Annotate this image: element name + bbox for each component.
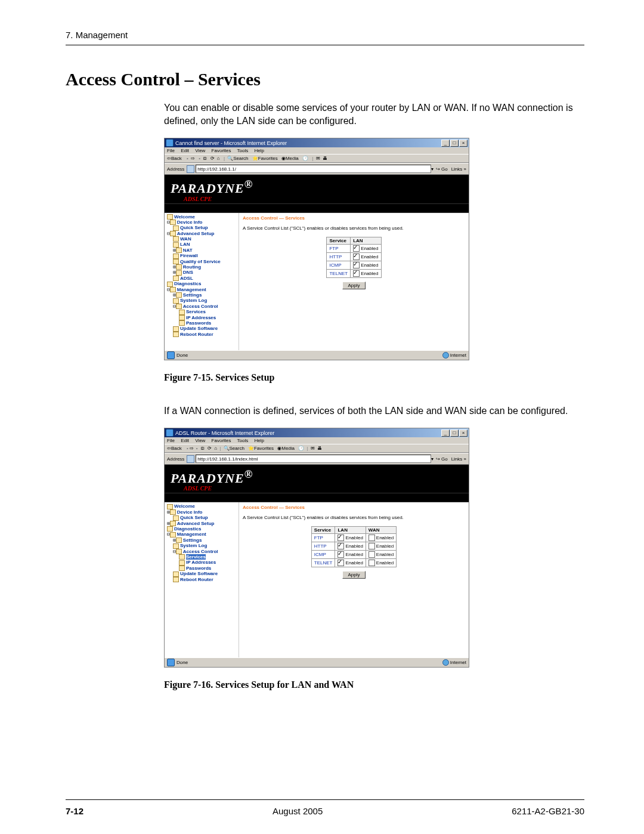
media-button[interactable]: ◉Media (281, 156, 300, 161)
chk-ftp-lan[interactable] (353, 245, 360, 252)
chk-http-lan[interactable] (353, 254, 360, 260)
chk-icmp-lan[interactable] (338, 551, 344, 558)
nav-nat[interactable]: NAT (183, 248, 193, 253)
chk-ftp-wan[interactable] (369, 535, 375, 541)
nav-diagnostics[interactable]: Diagnostics (174, 526, 201, 532)
forward-button[interactable]: ⇨ (190, 446, 194, 451)
print-button[interactable]: 🖶 (323, 156, 327, 161)
address-input[interactable] (196, 165, 431, 173)
menu-view[interactable]: View (195, 148, 205, 153)
nav-settings[interactable]: Settings (183, 292, 202, 298)
nav-syslog[interactable]: System Log (180, 543, 207, 548)
nav-advanced[interactable]: Advanced Setup (177, 231, 215, 236)
chk-telnet-lan[interactable] (338, 560, 344, 566)
chk-http-lan[interactable] (338, 543, 344, 549)
history-button[interactable]: 🕑 (302, 156, 308, 161)
home-button[interactable]: ⌂ (217, 156, 220, 161)
apply-button[interactable]: Apply (342, 282, 365, 289)
stop-button[interactable]: ⦻ (200, 446, 205, 451)
close-button[interactable]: × (459, 430, 467, 437)
go-button[interactable]: ↪ Go (436, 456, 448, 462)
chk-icmp-wan[interactable] (369, 551, 375, 558)
nav-welcome[interactable]: Welcome (174, 214, 195, 220)
menu-file[interactable]: File (167, 438, 175, 443)
refresh-button[interactable]: ⟳ (210, 156, 215, 161)
menu-edit[interactable]: Edit (181, 148, 189, 153)
mail-button[interactable]: ✉ (316, 156, 320, 161)
nav-adsl[interactable]: ADSL (180, 276, 193, 281)
favorites-button[interactable]: ⭐Favorites (252, 156, 279, 161)
print-button[interactable]: 🖶 (317, 446, 322, 451)
nav-passwords[interactable]: Passwords (186, 320, 211, 326)
dropdown-icon[interactable]: ▾ (431, 456, 434, 462)
menubar[interactable]: File Edit View Favorites Tools Help (165, 147, 469, 154)
nav-welcome[interactable]: Welcome (174, 504, 195, 509)
nav-firewall[interactable]: Firewall (180, 253, 198, 258)
nav-device-info[interactable]: Device Info (177, 220, 203, 225)
links-button[interactable]: Links » (451, 166, 466, 172)
maximize-button[interactable]: □ (450, 430, 459, 437)
menu-file[interactable]: File (167, 148, 175, 153)
menu-edit[interactable]: Edit (181, 438, 189, 443)
nav-settings[interactable]: Settings (183, 538, 202, 543)
nav-qos[interactable]: Quality of Service (180, 259, 221, 264)
nav-services[interactable]: Services (186, 554, 206, 560)
home-button[interactable]: ⌂ (214, 446, 217, 451)
nav-update-sw[interactable]: Update Software (180, 326, 218, 331)
nav-reboot[interactable]: Reboot Router (180, 577, 213, 582)
nav-advanced[interactable]: Advanced Setup (177, 521, 215, 526)
nav-ip-addresses[interactable]: IP Addresses (186, 560, 216, 565)
minimize-button[interactable]: _ (441, 140, 450, 147)
nav-diagnostics[interactable]: Diagnostics (174, 281, 201, 286)
nav-update-sw[interactable]: Update Software (180, 571, 218, 576)
minimize-button[interactable]: _ (441, 430, 450, 437)
mail-button[interactable]: ✉ (311, 446, 315, 451)
chk-ftp-lan[interactable] (338, 535, 344, 541)
forward-button[interactable]: ⇨ (191, 156, 195, 161)
back-button[interactable]: ⇦Back (167, 156, 183, 161)
search-button[interactable]: 🔍Search (227, 156, 249, 161)
chk-http-wan[interactable] (369, 543, 375, 549)
close-button[interactable]: × (459, 140, 467, 147)
stop-button[interactable]: ⦻ (203, 156, 208, 161)
menu-favorites[interactable]: Favorites (212, 148, 231, 153)
nav-dns[interactable]: DNS (183, 270, 193, 275)
nav-access-control[interactable]: Access Control (183, 549, 218, 554)
dropdown-icon[interactable]: ▾ (431, 166, 434, 172)
search-button[interactable]: 🔍Search (224, 446, 246, 451)
menu-favorites[interactable]: Favorites (212, 438, 231, 443)
back-button[interactable]: ⇦Back (167, 446, 183, 451)
nav-quick-setup[interactable]: Quick Setup (180, 225, 208, 230)
nav-routing[interactable]: Routing (183, 264, 201, 270)
chk-icmp-lan[interactable] (353, 262, 360, 268)
nav-reboot[interactable]: Reboot Router (180, 332, 213, 337)
media-button[interactable]: ◉Media (277, 446, 296, 451)
nav-device-info[interactable]: Device Info (177, 509, 203, 515)
apply-button[interactable]: Apply (342, 571, 365, 579)
nav-management[interactable]: Management (177, 532, 206, 537)
menu-view[interactable]: View (195, 438, 205, 443)
menu-tools[interactable]: Tools (237, 148, 249, 153)
refresh-button[interactable]: ⟳ (208, 446, 212, 451)
favorites-button[interactable]: ⭐Favorites (248, 446, 275, 451)
maximize-button[interactable]: □ (450, 140, 459, 147)
menu-tools[interactable]: Tools (237, 438, 249, 443)
menubar[interactable]: File Edit View Favorites Tools Help (165, 437, 469, 444)
links-button[interactable]: Links » (451, 456, 466, 462)
go-button[interactable]: ↪ Go (436, 166, 448, 172)
nav-access-control[interactable]: Access Control (183, 304, 218, 309)
chk-telnet-wan[interactable] (369, 560, 375, 566)
nav-ip-addresses[interactable]: IP Addresses (186, 315, 216, 320)
nav-syslog[interactable]: System Log (180, 298, 207, 303)
history-button[interactable]: 🕑 (298, 446, 304, 451)
menu-help[interactable]: Help (255, 148, 264, 153)
chk-telnet-lan[interactable] (353, 270, 360, 277)
nav-lan[interactable]: LAN (180, 242, 190, 247)
nav-passwords[interactable]: Passwords (186, 566, 211, 571)
address-input[interactable] (196, 455, 431, 463)
nav-wan[interactable]: WAN (180, 236, 191, 242)
menu-help[interactable]: Help (255, 438, 264, 443)
nav-management[interactable]: Management (177, 287, 206, 292)
nav-services[interactable]: Services (186, 309, 206, 314)
nav-quick-setup[interactable]: Quick Setup (180, 515, 208, 520)
